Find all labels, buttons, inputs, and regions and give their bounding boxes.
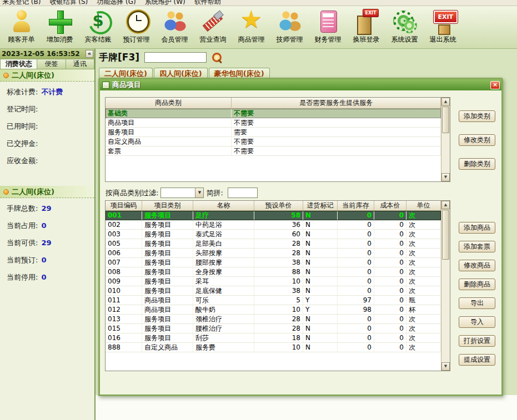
category-row[interactable]: 服务项目需要 (106, 128, 441, 137)
cell: 全身按摩 (193, 267, 254, 277)
cell: 次 (406, 249, 441, 258)
item-row[interactable]: 009服务项目采耳10N00次 (106, 277, 441, 286)
datetime-text: 2023-12-05 16:53:52 (2, 50, 80, 58)
item-row[interactable]: 888自定义商品服务费10N00次 (106, 343, 441, 352)
add-category-button[interactable]: 添加类别 (459, 110, 495, 122)
cell: 010 (106, 286, 142, 296)
item-row[interactable]: 013服务项目颈椎治疗28N00次 (106, 315, 441, 324)
edit-category-button[interactable]: 修改类别 (459, 134, 495, 146)
item-row[interactable]: 008服务项目全身按摩88N00次 (106, 267, 441, 277)
collapse-button[interactable]: « (86, 50, 93, 58)
category-row[interactable]: 自定义商品不需要 (106, 137, 441, 146)
info-field: 当前占用:0 (7, 221, 89, 231)
combo-arrow-icon[interactable]: ▼ (195, 188, 203, 198)
member-management-button[interactable]: 会员管理 (155, 8, 194, 44)
category-row[interactable]: 套票不需要 (106, 146, 441, 156)
field-value: 不计费 (41, 87, 63, 97)
close-button[interactable]: × (490, 81, 500, 89)
cell: 0 (338, 315, 374, 324)
cell: 服务项目 (142, 211, 193, 220)
category-scrollbar[interactable]: ▲ ▼ (441, 98, 450, 181)
import-button[interactable]: 导入 (459, 316, 495, 328)
dialog-body: 商品类别是否需要服务生提供服务 基础类不需要商品项目不需要服务项目需要自定义商品… (100, 90, 501, 396)
column-header: 当前库存 (338, 201, 374, 211)
cell: 0 (338, 249, 374, 258)
add-consumption-button[interactable]: 增加消费 (41, 8, 79, 44)
business-query-button[interactable]: 营业查询 (194, 8, 232, 44)
sidebar-tab[interactable]: 便签 (37, 59, 66, 69)
item-row[interactable]: 011商品项目可乐5Y970瓶 (106, 296, 441, 305)
export-button[interactable]: 导出 (459, 297, 495, 309)
finance-management-button[interactable]: 财务管理 (309, 8, 347, 44)
item-row[interactable]: 005服务项目足部美白28N00次 (106, 239, 441, 249)
items-table-head: 项目编码项目类别名称预设单价进货标记当前库存成本价单位 (106, 201, 441, 211)
scroll-thumb[interactable] (442, 107, 449, 133)
status-section: 二人间(床位) 标准计费:不计费登记时间:已用时间:已交押金:应收金额: (0, 69, 94, 166)
category-filter-combo[interactable]: ▼ (160, 188, 204, 198)
system-settings-button[interactable]: 系统设置 (385, 8, 424, 44)
pinyin-input[interactable] (228, 188, 258, 198)
item-row[interactable]: 002服务项目中药足浴36N00次 (106, 220, 441, 230)
add-package-button[interactable]: 添加套票 (459, 241, 495, 252)
sidebar-tab[interactable]: 通讯 (66, 59, 94, 69)
add-product-button[interactable]: 添加商品 (459, 222, 495, 234)
dialog-titlebar[interactable]: 商品项目 × (100, 79, 501, 90)
cell: 足疗 (193, 211, 254, 220)
edit-product-button[interactable]: 修改商品 (459, 260, 495, 271)
item-row[interactable]: 003服务项目泰式足浴60N00次 (106, 230, 441, 239)
info-field: 应收金额: (7, 156, 89, 166)
menu-item[interactable]: 收银结算 (S) (49, 0, 88, 6)
cell: N (303, 230, 338, 239)
field-label: 当前可供: (7, 238, 38, 248)
column-header: 商品类别 (106, 98, 232, 109)
cell: 10 (254, 277, 303, 286)
item-row[interactable]: 006服务项目头部按摩28N00次 (106, 249, 441, 258)
item-row[interactable]: 016服务项目刮莎18N00次 (106, 333, 441, 343)
category-row[interactable]: 商品项目不需要 (106, 118, 441, 128)
menu-item[interactable]: 功能选择 (G) (97, 0, 135, 6)
info-field: 当前预订:0 (7, 255, 89, 265)
item-row[interactable]: 007服务项目腰部按摩38N00次 (106, 258, 441, 267)
menu-item[interactable]: 系统维护 (W) (145, 0, 185, 6)
item-row[interactable]: 012商品项目酸牛奶10Y980杯 (106, 305, 441, 315)
discount-settings-button[interactable]: 打折设置 (459, 335, 495, 347)
item-row[interactable]: 001服务项目足疗58N00次 (106, 211, 441, 220)
info-field: 已用时间: (7, 122, 89, 131)
cell: 0 (374, 258, 406, 267)
sidebar-tab[interactable]: 消费状态 (0, 59, 37, 69)
scroll-up-button[interactable]: ▲ (441, 98, 450, 106)
toolbar-button-label: 预订管理 (117, 35, 155, 44)
scroll-up-button[interactable]: ▲ (441, 201, 450, 209)
delete-category-button[interactable]: 删除类别 (459, 158, 495, 170)
product-management-button[interactable]: 商品管理 (232, 8, 270, 44)
technician-management-button[interactable]: 技师管理 (270, 8, 309, 44)
delete-product-button[interactable]: 删除商品 (459, 279, 495, 290)
cell: 38 (254, 258, 303, 267)
item-row[interactable]: 015服务项目腰椎治疗28N00次 (106, 324, 441, 333)
cell: 0 (374, 324, 406, 333)
shift-login-button[interactable]: 换班登录 (347, 8, 385, 44)
field-label: 标准计费: (7, 87, 38, 97)
cell: N (303, 324, 338, 333)
search-icon[interactable] (212, 52, 223, 63)
scroll-thumb[interactable] (442, 210, 449, 260)
scroll-down-button[interactable]: ▼ (441, 362, 450, 371)
handcard-input[interactable] (144, 52, 207, 63)
scroll-down-button[interactable]: ▼ (441, 173, 450, 181)
menu-item[interactable]: 来宾登记 (B) (2, 0, 41, 6)
items-scrollbar[interactable]: ▲ ▼ (441, 201, 450, 371)
customer-open-button[interactable]: 顾客开单 (2, 8, 41, 44)
guest-checkout-button[interactable]: 宾客结账 (79, 8, 117, 44)
field-label: 当前预订: (7, 255, 38, 265)
reservation-management-button[interactable]: 预订管理 (117, 8, 155, 44)
cell: 服务项目 (142, 239, 193, 249)
cell: 36 (254, 220, 303, 230)
cell: 28 (254, 239, 303, 249)
info-field: 当前可供:29 (7, 238, 89, 248)
cell: N (303, 239, 338, 249)
category-row[interactable]: 基础类不需要 (106, 109, 441, 118)
commission-settings-button[interactable]: 提成设置 (459, 354, 495, 366)
item-row[interactable]: 010服务项目足底保健38N00次 (106, 286, 441, 296)
menu-item[interactable]: 软件帮助 (194, 0, 221, 6)
exit-system-button[interactable]: 退出系统 (424, 8, 462, 44)
